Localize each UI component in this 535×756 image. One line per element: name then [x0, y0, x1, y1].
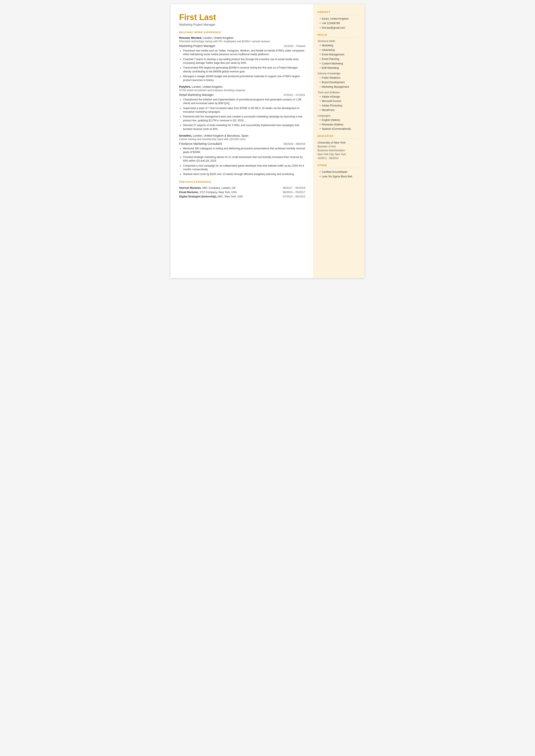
skills-divider	[318, 37, 360, 38]
prev-exp-row-3-dates: 07/2014 – 05/2015	[272, 194, 305, 199]
lang-spanish: Spanish (Conversational)	[320, 127, 360, 131]
bullet-item: Directed 27 aspects of retail marketing …	[183, 124, 305, 131]
candidate-name: First Last	[179, 13, 305, 22]
prev-exp-row-2-title: Email Marketer, XYZ Company, New York, U…	[179, 190, 272, 194]
job-1-title: Marketing Project Manager	[179, 44, 215, 48]
skill-content-marketing: Content Marketing	[320, 62, 360, 66]
job-2-company-bold: Polyhire,	[179, 85, 191, 88]
industry-skills-list: Public Relations Brand Development Marke…	[320, 76, 360, 89]
skill-marketing-management: Marketing Management	[320, 85, 360, 89]
bullet-item: Composed a viral campaign for an indepen…	[183, 164, 305, 172]
job-3: Growthsi, London, United Kingdom & Barce…	[179, 134, 305, 176]
contact-divider	[318, 14, 360, 15]
resume-page: First Last Marketing Project Manager REL…	[171, 4, 365, 278]
languages-list: English (Native) Romanian (Native) Spani…	[320, 118, 360, 131]
other-heading: OTHER	[318, 164, 360, 167]
prev-exp-row-2: Email Marketer, XYZ Company, New York, U…	[179, 190, 305, 194]
education-heading: EDUCATION	[318, 135, 360, 137]
other-list: Certified ScrumMaster Lean Six Sigma Bla…	[320, 170, 360, 179]
job-2-company-rest: London, United Kingdom	[191, 85, 223, 88]
job-3-company-rest: London, United Kingdom & Barcelona, Spai…	[192, 134, 248, 137]
skill-microsoft-access: Microsoft Access	[320, 99, 360, 103]
job-2-dates: 07/2021 – 07/2021	[284, 94, 305, 97]
prev-exp-row-3: Digital Strategist (Internship), ABC, Ne…	[179, 194, 305, 199]
edu-field: Business Administration	[318, 149, 360, 153]
skill-public-relations: Public Relations	[320, 76, 360, 80]
relevant-work-heading: RELEVANT WORK EXPERIENCE	[179, 31, 305, 34]
job-2: Polyhire, London, United Kingdom NYSE-li…	[179, 85, 305, 131]
job-2-company: Polyhire, London, United Kingdom	[179, 85, 305, 88]
job-2-row: Retail Marketing Manager 07/2021 – 07/20…	[179, 93, 305, 97]
job-3-company-bold: Growthsi,	[179, 134, 192, 137]
other-scrummaster: Certified ScrumMaster	[320, 170, 360, 174]
contact-email: first.last@gmail.com	[320, 26, 360, 30]
tools-skills-list: Adobe InDesign Microsoft Access Adobe Ph…	[320, 95, 360, 112]
bullet-item: Supervised a team of 7 that increased sa…	[183, 106, 305, 114]
skill-advertising: Advertising	[320, 48, 360, 52]
skill-adobe-indesign: Adobe InDesign	[320, 95, 360, 99]
job-1-company-bold: Resume Worded,	[179, 36, 202, 40]
tools-skills-label: Tools and Software:	[318, 91, 360, 94]
job-1-row: Marketing Project Manager 01/2022 – Pres…	[179, 44, 305, 48]
skills-heading: SKILLS	[318, 33, 360, 36]
candidate-title: Marketing Project Manager	[179, 23, 305, 26]
previous-experience-table: Internet Marketer, ABC Company, London, …	[179, 186, 305, 199]
contact-list: Essex, United Kingdom +44 123456789 firs…	[320, 17, 360, 30]
job-1-company: Resume Worded, London, United Kingdom	[179, 36, 305, 40]
contact-location: Essex, United Kingdom	[320, 17, 360, 21]
edu-location: New York City, New York	[318, 153, 360, 156]
job-1-dates: 01/2022 – Present	[284, 44, 305, 48]
job-3-title: Freelance Marketing Consultant	[179, 142, 222, 146]
bullet-item: Pioneered new media such as Twitter, Ins…	[183, 49, 305, 56]
job-1-bullets: Pioneered new media such as Twitter, Ins…	[183, 49, 305, 82]
job-3-dates: 06/2018 – 09/2019	[284, 142, 305, 146]
left-column: First Last Marketing Project Manager REL…	[171, 4, 313, 278]
lang-romanian: Romanian (Native)	[320, 123, 360, 126]
languages-label: Languages:	[318, 114, 360, 117]
skill-adobe-photoshop: Adobe Photoshop	[320, 104, 360, 107]
bullet-item: Coached 7 teams to develop a top-selling…	[183, 58, 305, 65]
job-3-bullets: Mentored 300 colleagues in writing and d…	[183, 147, 305, 176]
other-six-sigma: Lean Six Sigma Black Belt	[320, 175, 360, 179]
technical-skills-label: Technical Skills:	[318, 40, 360, 43]
job-2-desc: NYSE-listed recruitment and employer bra…	[179, 89, 305, 92]
job-3-row: Freelance Marketing Consultant 06/2018 –…	[179, 142, 305, 146]
prev-exp-row-1: Internet Marketer, ABC Company, London, …	[179, 186, 305, 190]
bullet-item: Championed the initiation and implementa…	[183, 98, 305, 105]
edu-school: University of New York	[318, 141, 360, 144]
edu-degree: Bachelor of Arts	[318, 145, 360, 149]
skill-event-planning: Event Planning	[320, 57, 360, 61]
job-2-title: Retail Marketing Manager	[179, 93, 214, 97]
previous-exp-heading: PREVIOUS EXPERIENCE	[179, 181, 305, 183]
contact-phone: +44 123456789	[320, 21, 360, 25]
prev-exp-row-3-title: Digital Strategist (Internship), ABC, Ne…	[179, 194, 272, 199]
skill-event-management: Event Management	[320, 53, 360, 56]
edu-dates: 10/2011 - 06/2014	[318, 156, 360, 160]
prev-exp-row-1-dates: 06/2017 – 05/2018	[272, 186, 305, 190]
job-1: Resume Worded, London, United Kingdom Ed…	[179, 36, 305, 82]
lang-english: English (Native)	[320, 118, 360, 122]
skill-marketing: Marketing	[320, 44, 360, 47]
bullet-item: Partnered with the management team and c…	[183, 115, 305, 123]
bullet-item: Slashed client costs by $10K over 13 wee…	[183, 172, 305, 176]
right-column: CONTACT Essex, United Kingdom +44 123456…	[313, 4, 365, 278]
prev-exp-row-2-dates: 06/2016 – 05/2017	[272, 190, 305, 194]
job-3-desc: Career training and membership SaaS with…	[179, 138, 305, 141]
technical-skills-list: Marketing Advertising Event Management E…	[320, 44, 360, 70]
bullet-item: Transcended RW targets by generating $20…	[183, 66, 305, 73]
prev-exp-row-1-title: Internet Marketer, ABC Company, London, …	[179, 186, 272, 190]
skill-b2b-marketing: B2B Marketing	[320, 66, 360, 70]
industry-skills-label: Industry Knowledge:	[318, 72, 360, 75]
skill-brand-development: Brand Development	[320, 81, 360, 84]
contact-heading: CONTACT	[318, 11, 360, 14]
bullet-item: Managed a meager $100K budget and produc…	[183, 74, 305, 82]
bullet-item: Mentored 300 colleagues in writing and d…	[183, 147, 305, 154]
job-1-desc: Education technology startup with 50+ em…	[179, 40, 305, 43]
bullet-item: Provided strategic marketing advice for …	[183, 155, 305, 163]
skill-wordpress: WordPress	[320, 108, 360, 112]
job-2-bullets: Championed the initiation and implementa…	[183, 98, 305, 131]
job-3-company: Growthsi, London, United Kingdom & Barce…	[179, 134, 305, 137]
job-1-company-rest: London, United Kingdom	[202, 36, 234, 40]
